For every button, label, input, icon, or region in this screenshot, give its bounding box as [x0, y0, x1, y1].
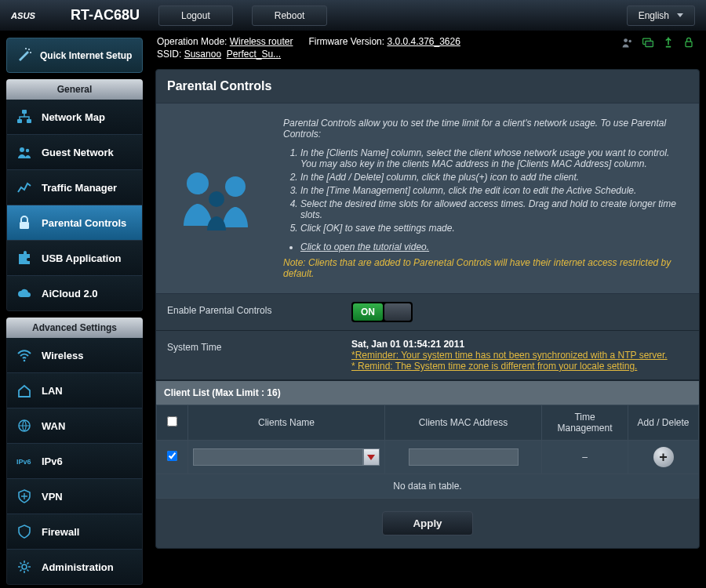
tutorial-video-link[interactable]: Click to open the tutorial video. [300, 241, 429, 252]
toggle-knob [384, 303, 411, 321]
sidebar-item-network-map[interactable]: Network Map [7, 100, 142, 134]
svg-rect-6 [27, 119, 31, 123]
svg-point-21 [209, 191, 224, 207]
col-clients-name: Clients Name [188, 405, 385, 441]
menu-advanced: Wireless LAN WAN IPv6 IPv6 VPN [6, 338, 143, 585]
svg-point-8 [26, 149, 29, 152]
client-name-input[interactable] [193, 448, 363, 466]
svg-point-10 [24, 360, 26, 362]
intro-note: Note: Clients that are added to Pareneta… [283, 257, 685, 279]
table-header-row: Clients Name Clients MAC Address Time Ma… [157, 405, 699, 441]
status-icons [621, 36, 695, 49]
col-time-mgmt: Time Management [542, 405, 628, 441]
intro-box: Parental Controls allow you to set the t… [156, 103, 699, 294]
row-systime: System Time Sat, Jan 01 01:54:21 2011 *R… [156, 331, 699, 380]
svg-text:ASUS: ASUS [11, 10, 36, 20]
top-bar: ASUS RT-AC68U Logout Reboot English [0, 0, 706, 31]
svg-rect-4 [22, 110, 27, 114]
guest-network-icon [16, 144, 32, 160]
svg-point-1 [28, 49, 30, 50]
systime-value: Sat, Jan 01 01:54:21 2011 [351, 339, 688, 350]
vpn-icon [16, 488, 32, 504]
asus-logo-icon: ASUS [11, 9, 60, 23]
family-icon [170, 118, 264, 279]
gear-icon [16, 559, 32, 575]
home-icon [16, 383, 32, 398]
quick-internet-setup-button[interactable]: Quick Internet Setup [6, 38, 143, 73]
svg-point-3 [30, 52, 31, 53]
enable-toggle[interactable]: ON [351, 302, 413, 322]
sidebar-item-parental-controls[interactable]: Parental Controls [7, 205, 142, 240]
systime-warn1-link[interactable]: *Reminder: Your system time has not been… [351, 350, 668, 361]
main-area: Operation Mode: Wireless router Firmware… [149, 31, 706, 588]
svg-rect-9 [20, 222, 29, 229]
svg-point-14 [624, 38, 628, 42]
sidebar: Quick Internet Setup General Network Map… [0, 31, 149, 588]
row-enable: Enable Parental Controls ON [156, 294, 699, 331]
row-checkbox[interactable] [167, 451, 177, 461]
no-data-message: No data in table. [157, 474, 699, 499]
language-label: English [639, 10, 669, 21]
ssid2-link[interactable]: Perfect_Su... [227, 49, 281, 60]
sidebar-item-wireless[interactable]: Wireless [7, 338, 142, 372]
svg-rect-18 [686, 42, 692, 46]
toggle-on-label: ON [353, 303, 383, 321]
svg-text:IPv6: IPv6 [16, 458, 31, 466]
svg-point-20 [225, 176, 246, 197]
enable-label: Enable Parental Controls [156, 294, 340, 330]
language-select[interactable]: English [627, 5, 695, 26]
section-advanced-header: Advanced Settings [6, 318, 143, 338]
opmode-link[interactable]: Wireless router [230, 36, 293, 47]
page-title: Parental Controls [156, 70, 699, 103]
systime-label: System Time [156, 331, 340, 379]
time-mgmt-cell: – [542, 441, 628, 474]
select-all-checkbox[interactable] [167, 416, 177, 426]
svg-point-19 [187, 172, 209, 194]
logout-button[interactable]: Logout [158, 5, 233, 26]
sidebar-item-wan[interactable]: WAN [7, 408, 142, 443]
ssid1-link[interactable]: Susanoo [184, 49, 221, 60]
cloud-icon [16, 285, 32, 301]
parental-controls-panel: Parental Controls Parental Controls allo… [155, 69, 700, 549]
col-clients-mac: Clients MAC Address [385, 405, 542, 441]
brand-logo: ASUS RT-AC68U [11, 7, 140, 24]
sidebar-item-aicloud[interactable]: AiCloud 2.0 [7, 275, 142, 310]
info-line: Operation Mode: Wireless router Firmware… [155, 31, 700, 63]
chevron-down-icon [677, 13, 683, 17]
menu-general: Network Map Guest Network Traffic Manage… [6, 100, 143, 311]
client-table: Clients Name Clients MAC Address Time Ma… [156, 405, 699, 499]
sidebar-item-vpn[interactable]: VPN [7, 478, 142, 514]
model-label: RT-AC68U [71, 7, 140, 24]
firmware-link[interactable]: 3.0.0.4.376_3626 [387, 36, 460, 47]
client-name-dropdown-button[interactable] [363, 448, 380, 466]
add-client-button[interactable]: + [653, 447, 674, 467]
client-mac-input[interactable] [409, 448, 519, 466]
sidebar-item-lan[interactable]: LAN [7, 372, 142, 408]
sidebar-item-firewall[interactable]: Firewall [7, 514, 142, 549]
qis-label: Quick Internet Setup [40, 50, 132, 61]
ipv6-icon: IPv6 [16, 453, 32, 469]
sidebar-item-administration[interactable]: Administration [7, 549, 142, 584]
sidebar-item-ipv6[interactable]: IPv6 IPv6 [7, 443, 142, 478]
reboot-button[interactable]: Reboot [252, 5, 328, 26]
svg-point-15 [628, 40, 631, 43]
svg-point-7 [20, 147, 24, 152]
sidebar-item-usb-application[interactable]: USB Application [7, 240, 142, 275]
screens-icon[interactable] [642, 36, 654, 49]
usb-status-icon[interactable] [662, 36, 675, 49]
lock-status-icon[interactable] [682, 36, 695, 49]
col-add-delete: Add / Delete [628, 405, 699, 441]
apply-button[interactable]: Apply [382, 511, 472, 535]
lock-icon [16, 215, 32, 230]
clients-icon[interactable] [621, 36, 634, 49]
table-input-row: – + [157, 441, 699, 474]
intro-steps: In the [Clients Name] column, select the… [300, 147, 685, 234]
sidebar-item-traffic-manager[interactable]: Traffic Manager [7, 169, 142, 205]
client-name-combo[interactable] [193, 448, 380, 466]
globe-icon [16, 418, 32, 434]
puzzle-icon [16, 250, 32, 266]
client-list-header: Client List (Max Limit : 16) [156, 380, 699, 405]
systime-warn2-link[interactable]: * Remind: The System time zone is differ… [351, 361, 637, 372]
sidebar-item-guest-network[interactable]: Guest Network [7, 134, 142, 169]
section-general-header: General [6, 79, 143, 100]
